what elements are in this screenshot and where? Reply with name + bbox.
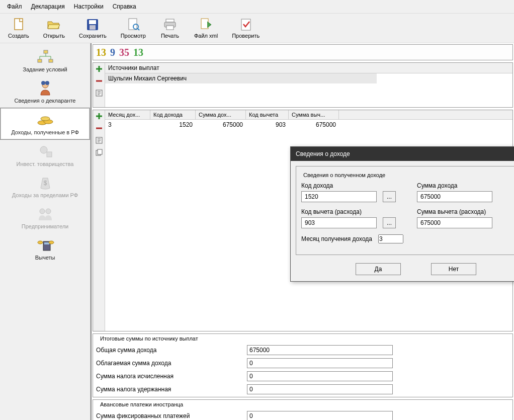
svg-line-6 (137, 28, 139, 30)
totals-section: Итоговые суммы по источнику выплат Общая… (93, 333, 513, 397)
sources-section: Источники выплат Шульгин Михаил Сергееви… (93, 62, 513, 108)
toolbar: Создать Открыть Сохранить Просмотр Печат… (0, 14, 514, 43)
menu-file[interactable]: Файл (4, 2, 25, 11)
edit-source-icon[interactable] (95, 89, 103, 97)
tool-preview[interactable]: Просмотр (116, 16, 151, 41)
menu-settings[interactable]: Настройки (71, 2, 107, 11)
tree-icon (35, 48, 55, 65)
sum-input[interactable] (417, 191, 492, 202)
nav-deductions[interactable]: Вычеты (0, 233, 90, 265)
th-month[interactable]: Месяц дох... (105, 110, 150, 119)
svg-point-25 (40, 146, 47, 153)
ded-sum-input[interactable] (417, 217, 492, 228)
cancel-button[interactable]: Нет (431, 263, 476, 275)
nav-conditions[interactable]: Задание условий (0, 45, 90, 76)
ded-code-input[interactable] (301, 217, 377, 228)
svg-rect-2 (89, 20, 96, 24)
svg-rect-26 (47, 152, 52, 157)
dialog-titlebar[interactable]: Сведения о доходе ✕ (291, 147, 514, 161)
tool-print[interactable]: Печать (155, 16, 185, 41)
moneybag-icon: $ (35, 174, 55, 191)
nav-income-foreign: $ Доходы за пределами РФ (0, 171, 90, 202)
svg-point-32 (38, 241, 43, 244)
edit-income-icon[interactable] (95, 136, 103, 144)
person-icon (35, 79, 55, 97)
rate-13-yellow[interactable]: 13 (96, 47, 106, 58)
menu-declaration[interactable]: Декларация (28, 2, 68, 11)
remove-income-icon[interactable] (95, 124, 103, 132)
nav-invest: Инвест. товарищества (0, 140, 90, 171)
svg-point-21 (45, 81, 49, 85)
svg-rect-14 (49, 59, 53, 62)
code-label: Код дохода (301, 182, 377, 189)
tax-calc-input[interactable] (247, 371, 393, 381)
ded-code-lookup-button[interactable]: ... (383, 217, 396, 228)
source-row[interactable]: Шульгин Михаил Сергеевич (105, 73, 377, 83)
tool-xml[interactable]: Файл xml (189, 16, 223, 41)
rate-9[interactable]: 9 (110, 47, 115, 58)
svg-text:$: $ (43, 180, 47, 187)
copy-income-icon[interactable] (95, 148, 103, 156)
dialog-title: Сведения о доходе (296, 150, 350, 157)
th-sum[interactable]: Сумма дох... (196, 110, 246, 119)
add-source-icon[interactable] (95, 65, 103, 73)
sources-sidebuttons (93, 63, 105, 107)
sum-label: Сумма дохода (417, 182, 492, 189)
taxable-sum-input[interactable] (247, 358, 393, 368)
tool-check[interactable]: Проверить (227, 16, 265, 41)
th-code[interactable]: Код дохода (150, 110, 196, 119)
remove-source-icon[interactable] (95, 77, 103, 85)
advances-input[interactable] (247, 411, 393, 420)
total-sum-label: Общая сумма дохода (96, 347, 247, 354)
code-lookup-button[interactable]: ... (383, 191, 396, 202)
dialog-fieldset-label: Сведения о полученном доходе (301, 172, 387, 178)
code-input[interactable] (301, 191, 377, 202)
print-icon (163, 18, 177, 32)
ok-button[interactable]: Да (356, 263, 401, 275)
month-input[interactable] (378, 234, 403, 243)
ded-code-label: Код вычета (расхода) (301, 208, 377, 215)
svg-point-29 (46, 209, 51, 214)
tax-withheld-label: Сумма налога удержанная (96, 386, 247, 393)
advances-section: Авансовые платежи иностранца Сумма фикси… (93, 399, 513, 420)
nav-entrepreneurs: Предприниматели (0, 202, 90, 233)
month-label: Месяц получения дохода (301, 235, 372, 242)
save-disk-icon (85, 18, 100, 32)
svg-rect-7 (166, 19, 174, 22)
tool-create[interactable]: Создать (3, 16, 34, 41)
open-folder-icon (47, 18, 61, 32)
advances-label: Сумма фиксированных платежей (96, 412, 247, 419)
income-table-row[interactable]: 3 1520 675000 903 675000 (105, 120, 512, 130)
check-icon (239, 18, 253, 32)
svg-rect-0 (15, 19, 23, 30)
total-sum-input[interactable] (247, 345, 393, 355)
people-icon (35, 205, 55, 222)
tax-calc-label: Сумма налога исчисленная (96, 373, 247, 380)
nav-declarant[interactable]: Сведения о декларанте (0, 76, 90, 108)
svg-rect-9 (166, 26, 174, 30)
preview-icon (126, 18, 140, 32)
th-dedsum[interactable]: Сумма выч... (289, 110, 339, 119)
svg-rect-12 (44, 50, 48, 53)
nav-income-rf[interactable]: Доходы, полученные в РФ (0, 108, 90, 140)
svg-rect-37 (98, 149, 102, 154)
tool-open[interactable]: Открыть (38, 16, 70, 41)
income-table-header: Месяц дох... Код дохода Сумма дох... Код… (105, 110, 512, 120)
coins-icon (35, 111, 55, 128)
sidebar: Задание условий Сведения о декларанте До… (0, 43, 91, 420)
menu-help[interactable]: Справка (110, 2, 139, 11)
rate-35[interactable]: 35 (119, 47, 129, 58)
svg-rect-10 (201, 19, 208, 29)
tool-save[interactable]: Сохранить (74, 16, 112, 41)
income-dialog: Сведения о доходе ✕ Сведения о полученно… (290, 146, 514, 282)
sources-header: Источники выплат (105, 63, 512, 73)
th-dedcode[interactable]: Код вычета (246, 110, 289, 119)
rate-13-green[interactable]: 13 (133, 47, 143, 58)
tax-withheld-input[interactable] (247, 384, 393, 394)
svg-point-24 (41, 117, 50, 121)
svg-rect-11 (241, 19, 250, 30)
svg-point-20 (41, 81, 45, 85)
svg-rect-3 (90, 25, 96, 30)
invest-icon (35, 143, 55, 160)
add-income-icon[interactable] (95, 112, 103, 120)
